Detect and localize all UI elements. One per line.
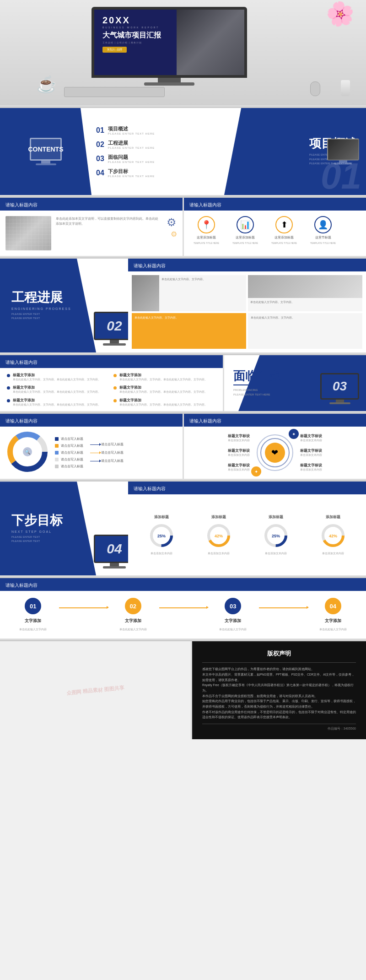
content-item-2: 02 工程进展PLEASE ENTER TEXT HERE: [96, 140, 220, 149]
proj-monitor-screen: [327, 139, 359, 161]
step-circle-4: 04: [325, 598, 341, 614]
content-sub-1: PLEASE ENTER TEXT HERE: [108, 132, 155, 135]
bullet-desc-1: 单击此处输入文字内容。文字内容。单击此处输入文字内容。文字内容。: [13, 378, 101, 381]
step-label-4: 文字添加: [325, 618, 341, 624]
gear-icon-2: ⚙: [171, 230, 177, 238]
slide5-left: 请输入标题内容 标题文字添加单击此处输入文字内容。文字内容。单击此处输入文字内容…: [0, 355, 223, 411]
step-3: 03 文字添加 单击此处输入文字内容: [209, 598, 257, 632]
step-circle-2: 02: [125, 598, 141, 614]
pct-item-3: 添加标题 25% 单击添加文本内容: [262, 514, 290, 556]
contents-monitor-base2: [36, 163, 56, 165]
icon-item-2: 📊 这里添加标题 TEMPLATE TITLE HERE: [228, 216, 263, 244]
contents-monitor-frame: CONTENTS: [30, 138, 62, 161]
hub-label-r1: 标题文字标设 单击添加文本内容: [300, 433, 322, 443]
slide-5: 请输入标题内容 标题文字添加单击此处输入文字内容。文字内容。单击此处输入文字内容…: [0, 355, 366, 411]
slide4-cell-3: 单击此处输入文字内容。文字内容。: [132, 313, 246, 349]
cell1-img: [132, 275, 159, 311]
bullet-5: 标题文字添加单击此处输入文字内容。文字内容。单击此处输入文字内容。文字内容。: [7, 398, 110, 406]
bullet-dot-1: [7, 374, 10, 377]
slide5-monitor-screen: 03: [320, 373, 359, 400]
cell1-text: 单击此处输入文字内容。文字内容。: [159, 275, 208, 311]
content-sub-2: PLEASE ENTER TEXT HERE: [108, 146, 155, 149]
pct-item-1: 添加标题 25% 单击添加文本内容: [148, 514, 175, 556]
slide3-left-body: 单击此处添加本页文字说明，可以直接复制你的文字内容到此。单击此处添加本页文字说明…: [0, 211, 183, 256]
step-desc-3: 单击此处输入文字内容: [219, 628, 247, 632]
content-num-2: 02: [96, 141, 104, 149]
bottom-left: 众图网 精品素材 图图共享: [0, 641, 191, 739]
hub-center: ❤ ✦ ✦: [257, 434, 293, 471]
hub-label-r2: 标题文字标设 单击添加文本内容: [300, 448, 322, 457]
pct-donut-4: 42%: [319, 522, 347, 549]
icon-label-2: 这里添加标题: [236, 235, 255, 240]
slide6-right-header: 请输入标题内容: [184, 414, 366, 427]
bullet-3: 标题文字添加单击此处输入文字内容。文字内容。单击此处输入文字内容。文字内容。: [7, 385, 110, 394]
slide4-cell-4: 单击此处输入文字内容。文字内容。: [248, 313, 362, 349]
pie-label-3: 请点击写入标题: [55, 450, 83, 455]
pie-arrow-2: 请点击写入标题: [90, 450, 124, 455]
icon-label-3: 这里添加标题: [274, 235, 294, 240]
copyright-divider-top: [202, 662, 356, 663]
step-2: 02 文字添加 单击此处输入文字内容: [109, 598, 157, 632]
monitor-base: [144, 82, 194, 86]
slide4-header-text: 请输入标题内容: [134, 263, 166, 268]
hero-action-btn[interactable]: 策划人: 品牌: [102, 47, 127, 53]
icon-sublabel-1: TEMPLATE TITLE HERE: [194, 242, 219, 244]
icon-ring-1: 📍: [198, 216, 215, 233]
slide3-left: 请输入标题内容 单击此处添加本页文字说明，可以直接复制你的文字内容到此。单击此处…: [0, 198, 183, 256]
icon-ring-3: ⬆: [275, 216, 293, 233]
hub-inner-ring: ❤: [265, 443, 285, 463]
slide8-timeline: 01 文字添加 单击此处输入文字内容 02 文字添加 单击此处输入文字内容 03…: [0, 591, 366, 639]
slide5-bullets: 标题文字添加单击此处输入文字内容。文字内容。单击此处输入文字内容。文字内容。 标…: [0, 368, 223, 411]
slide6-right: 请输入标题内容 标题文字标设 单击添加文本内容 标题文字标设 单击添加文本内容 …: [184, 414, 366, 479]
pie-arrow-1: 请点击写入标题: [90, 442, 124, 447]
slide4-title-area: 工程进展 ENGINEERING PROGRESS PLEASE ENTER T…: [0, 282, 83, 330]
bullet-desc-5: 单击此处输入文字内容。文字内容。单击此处输入文字内容。文字内容。: [13, 403, 101, 406]
pie-chart-container: 🔍: [7, 431, 48, 474]
slide7-title-small: NEXT STEP GOAL: [11, 530, 63, 533]
copyright-line-6: 作者不对该作品的商业用途作任何担保，不管是明示的还是暗示的，包括但不限于对商业适…: [202, 709, 356, 720]
pie-label-4: 请点击写入标题: [55, 457, 83, 462]
slide6-left-body: 🔍 请点击写入标题 请点击写入标题 请点击写入标题: [0, 427, 183, 479]
icon-label-4: 这里节标题: [315, 235, 331, 240]
bullet-6: 标题文字添加单击此处输入文字内容。文字内容。单击此处输入文字内容。文字内容。: [113, 398, 216, 406]
icon-sublabel-3: TEMPLATE TITLE HERE: [271, 242, 297, 244]
slide4-left: 工程进展 ENGINEERING PROGRESS PLEASE ENTER T…: [0, 259, 128, 352]
monitor-stand: [158, 78, 181, 82]
gear-icon-1: ⚙: [167, 216, 177, 229]
hub-right-labels: 标题文字标设 单击添加文本内容 标题文字标设 单击添加文本内容 标题文字标设 单…: [300, 433, 322, 472]
slide7-title-desc: PLEASE ENTER TEXTPLEASE ENTER TEXT: [11, 535, 63, 543]
contents-left-panel: CONTENTS: [0, 108, 92, 195]
bullet-desc-2: 单击此处输入文字内容。文字内容。单击此处输入文字内容。文字内容。: [119, 378, 207, 381]
proj-small-monitor: [327, 139, 359, 165]
bullet-1: 标题文字添加单击此处输入文字内容。文字内容。单击此处输入文字内容。文字内容。: [7, 373, 110, 381]
cell3-text: 单击此处输入文字内容。文字内容。: [135, 316, 243, 320]
cell2-text: 单击此处输入文字内容。文字内容。: [248, 298, 362, 307]
slide4-cell-1: 单击此处输入文字内容。文字内容。: [132, 275, 246, 311]
slide5-left-header: 请输入标题内容: [0, 355, 223, 368]
content-item-3: 03 面临问题PLEASE ENTER TEXT HERE: [96, 154, 220, 163]
slide5-right: 面临问题 PROBLEM FACINGPLEASE ENTER TEXT HER…: [224, 355, 366, 411]
product-id: 作品编号：3405500: [202, 726, 356, 731]
slide4-title-small: ENGINEERING PROGRESS: [11, 307, 71, 310]
slide4-right-header: 请输入标题内容: [128, 259, 366, 271]
bullet-desc-4: 单击此处输入文字内容。文字内容。单击此处输入文字内容。文字内容。: [119, 390, 207, 394]
slide4-mon-std: [110, 340, 119, 343]
cell2-img: [248, 275, 362, 298]
hero-keyboard: [64, 87, 165, 97]
slide7-pcts-area: 添加标题 25% 单击添加文本内容 添加标题 42% 单击添加文: [128, 494, 366, 575]
hub-left-labels: 标题文字标设 单击添加文本内容 标题文字标设 单击添加文本内容 标题文字标设 单…: [228, 433, 250, 472]
pct-desc-2: 单击添加文本内容: [208, 552, 230, 556]
slide-contents: CONTENTS 01 项目概述PLEASE ENTER TEXT HERE 0…: [0, 108, 366, 195]
slide8-header-text: 请输入标题内容: [5, 583, 38, 588]
slide3-desc: 单击此处添加本页文字说明，可以直接复制你的文字内容到此。单击此处添加本页文字说明…: [56, 216, 161, 226]
bullet-desc-6: 单击此处输入文字内容。文字内容。单击此处输入文字内容。文字内容。: [119, 403, 207, 406]
step-circle-3: 03: [225, 598, 241, 614]
slide3-building-img: [5, 216, 51, 250]
building-lines: [5, 216, 51, 250]
icon-item-3: ⬆ 这里添加标题 TEMPLATE TITLE HERE: [267, 216, 301, 244]
icon-item-1: 📍 这里添加标题 TEMPLATE TITLE HERE: [189, 216, 224, 244]
slide7-title-cn: 下步目标: [11, 514, 63, 528]
svg-text:25%: 25%: [157, 534, 165, 538]
slide7-header-text: 请输入标题内容: [134, 486, 166, 491]
copyright-line-2: 本文件中涉及的图片、背景素材元素，如PNG背景、PPT模板、PSD文件、CDR文…: [202, 672, 356, 682]
